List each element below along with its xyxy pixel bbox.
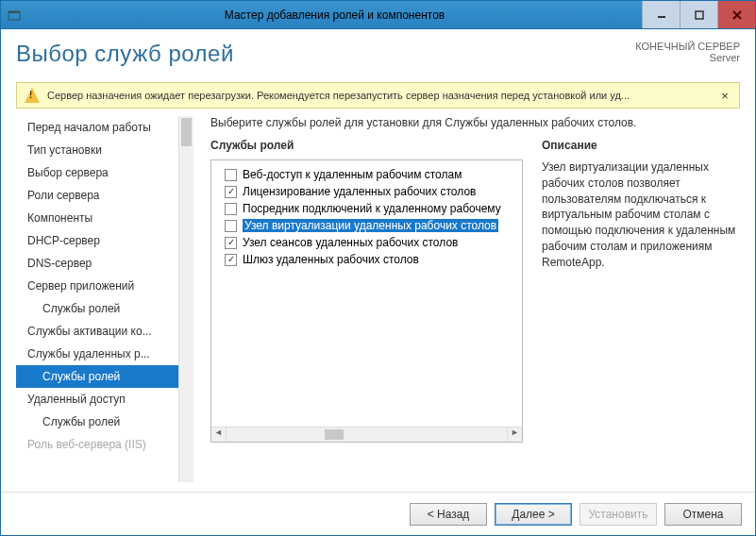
window-buttons [642, 1, 755, 28]
content-area: Выбор служб ролей КОНЕЧНЫЙ СЕРВЕР Server… [1, 29, 755, 492]
nav-step-6[interactable]: DNS-сервер [16, 252, 193, 275]
destination-value: Server [635, 52, 740, 63]
nav-step-13[interactable]: Службы ролей [16, 410, 193, 433]
roles-horizontal-scrollbar[interactable]: ◄ ► [211, 427, 522, 442]
right-pane: Выберите службы ролей для установки для … [193, 116, 740, 482]
cancel-button[interactable]: Отмена [664, 503, 742, 526]
nav-step-1[interactable]: Тип установки [16, 139, 193, 161]
role-label: Посредник подключений к удаленному рабоч… [243, 202, 501, 215]
nav-step-9[interactable]: Службы активации ко... [16, 320, 193, 343]
instruction-text: Выберите службы ролей для установки для … [210, 116, 740, 129]
role-checkbox[interactable] [225, 203, 237, 215]
minimize-button[interactable] [642, 1, 680, 28]
svg-rect-3 [696, 11, 703, 19]
nav-step-3[interactable]: Роли сервера [16, 184, 193, 207]
maximize-button[interactable] [680, 1, 717, 28]
warning-banner: Сервер назначения ожидает перезагрузки. … [16, 82, 740, 109]
destination-label: КОНЕЧНЫЙ СЕРВЕР [635, 41, 740, 52]
nav-step-10[interactable]: Службы удаленных р... [16, 343, 193, 365]
page-header: Выбор служб ролей КОНЕЧНЫЙ СЕРВЕР Server [16, 41, 740, 67]
titlebar: Мастер добавления ролей и компонентов [1, 1, 755, 29]
sidebar-scrollbar[interactable] [178, 116, 193, 482]
warning-icon [25, 88, 40, 103]
role-item-0[interactable]: Веб-доступ к удаленным рабочим столам [211, 166, 522, 183]
app-icon [1, 8, 27, 22]
nav-step-8[interactable]: Службы ролей [16, 297, 193, 320]
install-button[interactable]: Установить [580, 503, 657, 526]
role-item-2[interactable]: Посредник подключений к удаленному рабоч… [211, 200, 522, 217]
roles-heading: Службы ролей [210, 139, 523, 152]
columns: Службы ролей Веб-доступ к удаленным рабо… [210, 139, 740, 482]
destination-server-box: КОНЕЧНЫЙ СЕРВЕР Server [635, 41, 740, 63]
close-button[interactable] [717, 1, 755, 28]
scroll-right-icon[interactable]: ► [507, 427, 522, 442]
role-checkbox[interactable] [225, 237, 237, 249]
roles-column: Службы ролей Веб-доступ к удаленным рабо… [210, 139, 523, 482]
role-item-5[interactable]: Шлюз удаленных рабочих столов [211, 251, 522, 268]
role-label: Веб-доступ к удаленным рабочим столам [243, 168, 462, 181]
role-label: Лицензирование удаленных рабочих столов [243, 185, 476, 198]
main-layout: Перед началом работыТип установкиВыбор с… [16, 116, 740, 482]
role-checkbox[interactable] [225, 169, 237, 181]
description-text: Узел виртуализации удаленных рабочих сто… [542, 159, 740, 271]
scroll-left-icon[interactable]: ◄ [211, 427, 227, 442]
nav-step-2[interactable]: Выбор сервера [16, 161, 193, 184]
nav-step-4[interactable]: Компоненты [16, 207, 193, 229]
role-item-4[interactable]: Узел сеансов удаленных рабочих столов [211, 234, 522, 251]
footer-buttons: < Назад Далее > Установить Отмена [1, 492, 755, 535]
wizard-window: Мастер добавления ролей и компонентов Вы… [0, 0, 756, 536]
role-item-3[interactable]: Узел виртуализации удаленных рабочих сто… [211, 217, 522, 234]
description-column: Описание Узел виртуализации удаленных ра… [542, 139, 740, 482]
nav-step-0[interactable]: Перед началом работы [16, 116, 193, 139]
roles-listbox[interactable]: Веб-доступ к удаленным рабочим столамЛиц… [210, 159, 523, 443]
nav-step-14: Роль веб-сервера (IIS) [16, 433, 193, 456]
nav-step-11[interactable]: Службы ролей [16, 365, 193, 388]
role-label: Узел сеансов удаленных рабочих столов [243, 236, 458, 249]
next-button[interactable]: Далее > [495, 503, 572, 526]
svg-rect-1 [8, 11, 20, 13]
role-label: Узел виртуализации удаленных рабочих сто… [243, 219, 498, 232]
role-checkbox[interactable] [225, 220, 237, 232]
role-item-1[interactable]: Лицензирование удаленных рабочих столов [211, 183, 522, 200]
warning-text: Сервер назначения ожидает перезагрузки. … [47, 90, 711, 101]
role-checkbox[interactable] [225, 254, 237, 266]
page-title: Выбор служб ролей [16, 41, 635, 67]
role-checkbox[interactable] [225, 186, 237, 198]
nav-step-5[interactable]: DHCP-сервер [16, 229, 193, 252]
wizard-steps-sidebar: Перед началом работыТип установкиВыбор с… [16, 116, 193, 482]
description-heading: Описание [542, 139, 740, 152]
warning-close-button[interactable]: × [718, 89, 731, 103]
nav-step-7[interactable]: Сервер приложений [16, 275, 193, 297]
nav-step-12[interactable]: Удаленный доступ [16, 388, 193, 410]
role-label: Шлюз удаленных рабочих столов [243, 253, 419, 266]
back-button[interactable]: < Назад [410, 503, 487, 526]
window-title: Мастер добавления ролей и компонентов [27, 8, 642, 22]
